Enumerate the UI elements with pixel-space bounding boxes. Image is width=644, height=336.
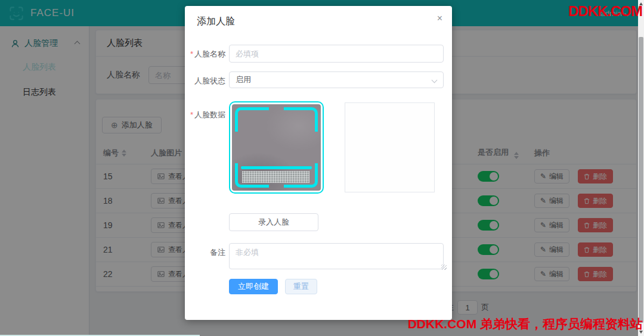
dialog-title: 添加人脸 (197, 15, 235, 28)
reset-button[interactable]: 重置 (285, 279, 317, 294)
face-data-label: 人脸数据 (194, 110, 225, 119)
remark-label: 备注 (210, 248, 225, 257)
scan-noise-band (242, 171, 309, 183)
chevron-down-icon (432, 77, 438, 83)
capture-row: 录入人脸 (185, 213, 318, 231)
face-name-label: 人脸名称 (194, 49, 225, 58)
vertical-scrollbar[interactable] (638, 0, 644, 336)
add-face-dialog: 添加人脸 × *人脸名称 人脸状态 启用 *人脸数据 (185, 6, 452, 320)
resize-handle[interactable] (441, 265, 447, 270)
dialog-actions: 立即创建 重置 (185, 279, 317, 294)
field-remark: 备注 (185, 243, 444, 271)
remark-textarea[interactable] (229, 243, 444, 269)
field-face-data: *人脸数据 (185, 101, 324, 194)
scrollbar-thumb[interactable] (639, 37, 643, 323)
field-face-name: *人脸名称 (185, 45, 444, 63)
scan-line (241, 166, 312, 169)
face-status-value: 启用 (236, 74, 251, 85)
face-name-input[interactable] (229, 45, 444, 63)
capture-face-button[interactable]: 录入人脸 (229, 213, 318, 231)
create-now-button[interactable]: 立即创建 (229, 279, 278, 294)
watermark-bottom: DDKK.COM 弟弟快看，程序员编程资料站 (408, 316, 643, 332)
camera-feed (232, 104, 321, 191)
app-root: FACE-UI admin 人脸管理 人脸列表 日志列表 人脸列表 人脸名称 (0, 0, 644, 336)
face-status-label: 人脸状态 (194, 76, 225, 85)
required-mark: * (190, 110, 193, 119)
watermark-top: DDKK.COM (568, 3, 642, 20)
face-status-select[interactable]: 启用 (229, 71, 444, 88)
captured-face-preview (345, 102, 435, 192)
field-face-status: 人脸状态 启用 (185, 71, 444, 88)
required-mark: * (190, 49, 193, 58)
scan-corner-icon (235, 107, 269, 132)
scan-corner-icon (284, 107, 318, 132)
camera-viewport (229, 101, 324, 194)
close-icon[interactable]: × (437, 14, 442, 23)
